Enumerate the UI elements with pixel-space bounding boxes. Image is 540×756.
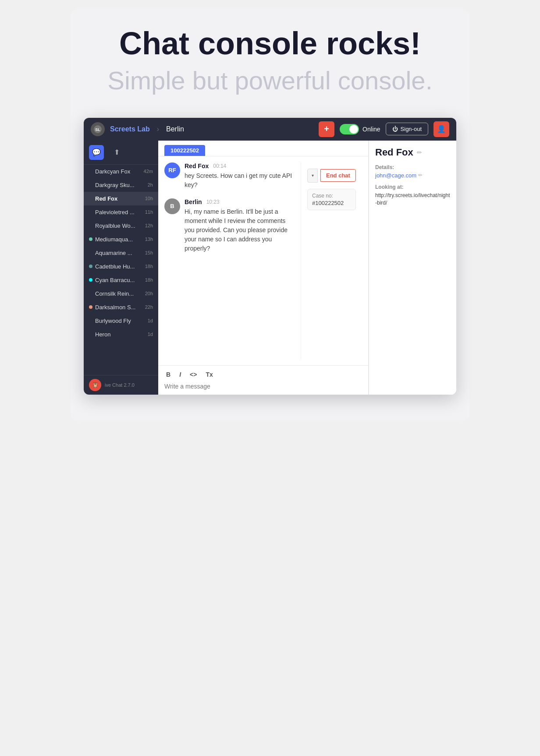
page-wrapper: Chat console rocks! Simple but powerful … xyxy=(71,9,469,421)
chat-item-name: Darksalmon S... xyxy=(95,304,145,311)
nav-logo: SL xyxy=(91,122,105,136)
message-content: Berlin10:23Hi, my name is Berlin. It'll … xyxy=(185,198,296,253)
hero-subtitle: Simple but powerful console. xyxy=(84,65,456,96)
contact-url: http://try.screets.io/livechat/night-bir… xyxy=(375,192,450,207)
sidebar-footer: 🦉 ive Chat 2.7.0 xyxy=(84,375,158,395)
nav-avatar-button[interactable]: 👤 xyxy=(433,121,449,137)
chat-item-name: Heron xyxy=(95,331,148,338)
info-panel-header: Red Fox ✏ xyxy=(375,147,450,158)
message-avatar: B xyxy=(164,198,180,214)
message-sender: Red Fox xyxy=(185,163,209,170)
chat-tab[interactable]: 100222502 xyxy=(164,145,205,156)
chat-list-item[interactable]: Cyan Barracu...18h xyxy=(84,273,158,287)
upload-icon-button[interactable]: ⬆ xyxy=(109,145,124,160)
messages-left: RFRed Fox00:14hey Screets. How can i get… xyxy=(164,163,296,359)
message-text: hey Screets. How can i get my cute API k… xyxy=(185,171,296,190)
sidebar-footer-text: ive Chat 2.7.0 xyxy=(105,382,135,388)
chat-item-name: Mediumaqua... xyxy=(95,236,145,243)
chat-item-name: Cadetblue Hu... xyxy=(95,263,145,270)
presence-dot xyxy=(89,265,92,268)
console-wrapper: SL Screets Lab › Berlin + Online ⏻ Sign-… xyxy=(84,118,456,395)
contact-email-link[interactable]: john@cage.com xyxy=(375,172,416,179)
chat-item-time: 15h xyxy=(145,250,153,255)
message-row: RFRed Fox00:14hey Screets. How can i get… xyxy=(164,163,296,190)
chat-list-item[interactable]: Aquamarine ...15h xyxy=(84,246,158,260)
chat-item-time: 18h xyxy=(145,277,153,283)
signout-button[interactable]: ⏻ Sign-out xyxy=(386,123,428,135)
chat-list-item[interactable]: Cornsilk Rein...20h xyxy=(84,287,158,300)
end-chat-dropdown[interactable]: ▾ xyxy=(307,169,318,183)
owl-icon: 🦉 xyxy=(92,382,99,388)
chat-list-item[interactable]: Burlywood Fly1d xyxy=(84,314,158,328)
message-row: BBerlin10:23Hi, my name is Berlin. It'll… xyxy=(164,198,296,253)
chat-icon: 💬 xyxy=(92,148,101,156)
nav-separator: › xyxy=(157,125,159,133)
chat-item-name: Palevioletred ... xyxy=(95,209,145,215)
chat-item-time: 20h xyxy=(145,291,153,296)
case-no-box: Case no: #100222502 xyxy=(307,189,356,210)
chat-list-item[interactable]: Red Fox10h xyxy=(84,192,158,205)
chat-list-item[interactable]: Cadetblue Hu...18h xyxy=(84,260,158,273)
details-label: Details: xyxy=(375,164,450,170)
case-no-value: #100222502 xyxy=(312,200,351,206)
main-layout: 💬 ⬆ Darkcyan Fox42mDarkgray Sku...2hRed … xyxy=(84,141,456,395)
chat-list-item[interactable]: Darksalmon S...22h xyxy=(84,300,158,314)
presence-dot xyxy=(89,305,92,309)
message-input[interactable] xyxy=(164,383,362,390)
chat-list-item[interactable]: Darkcyan Fox42m xyxy=(84,165,158,178)
sidebar-footer-logo: 🦉 xyxy=(89,379,101,391)
message-time: 10:23 xyxy=(206,199,220,205)
message-header: Red Fox00:14 xyxy=(185,163,296,170)
sidebar-icons: 💬 ⬆ xyxy=(84,141,158,165)
chat-list-item[interactable]: Palevioletred ...11h xyxy=(84,205,158,219)
chat-list-item[interactable]: Darkgray Sku...2h xyxy=(84,178,158,192)
presence-dot xyxy=(89,278,92,282)
message-avatar: RF xyxy=(164,163,180,178)
italic-button[interactable]: I xyxy=(178,370,183,379)
end-chat-button[interactable]: End chat xyxy=(320,169,356,182)
looking-at-label: Looking at: xyxy=(375,184,450,190)
chat-item-name: Cyan Barracu... xyxy=(95,277,145,283)
chat-messages: RFRed Fox00:14hey Screets. How can i get… xyxy=(158,156,368,365)
case-no-label: Case no: xyxy=(312,193,351,199)
chat-list-item[interactable]: Heron1d xyxy=(84,328,158,341)
chat-list-item[interactable]: Mediumaqua...13h xyxy=(84,233,158,246)
info-panel: Red Fox ✏ Details: john@cage.com ✏ Looki… xyxy=(369,141,456,395)
chat-item-name: Cornsilk Rein... xyxy=(95,290,145,297)
chat-item-name: Burlywood Fly xyxy=(95,318,148,324)
chat-item-time: 1d xyxy=(148,318,153,323)
chat-item-name: Royalblue Wo... xyxy=(95,223,145,229)
chat-icon-button[interactable]: 💬 xyxy=(89,145,104,160)
svg-text:SL: SL xyxy=(95,127,100,132)
chat-item-name: Red Fox xyxy=(95,195,145,202)
chat-item-time: 10h xyxy=(145,196,153,201)
end-chat-row: ▾ End chat xyxy=(307,169,356,183)
chat-item-time: 18h xyxy=(145,264,153,269)
composer: B I <> Tx xyxy=(158,365,368,395)
nav-plus-button[interactable]: + xyxy=(319,121,334,137)
sidebar: 💬 ⬆ Darkcyan Fox42mDarkgray Sku...2hRed … xyxy=(84,141,158,395)
chat-item-name: Aquamarine ... xyxy=(95,250,145,256)
online-toggle-switch[interactable] xyxy=(340,124,359,134)
edit-email-icon[interactable]: ✏ xyxy=(418,172,423,178)
composer-toolbar: B I <> Tx xyxy=(164,370,362,379)
hero-title: Chat console rocks! xyxy=(84,26,456,61)
chat-item-time: 12h xyxy=(145,223,153,228)
clear-format-button[interactable]: Tx xyxy=(204,370,214,379)
nav-brand: Screets Lab xyxy=(110,125,150,133)
message-content: Red Fox00:14hey Screets. How can i get m… xyxy=(185,163,296,190)
nav-online-toggle: Online xyxy=(340,124,380,134)
message-time: 00:14 xyxy=(213,163,226,169)
online-label: Online xyxy=(362,126,380,133)
contact-name: Red Fox xyxy=(375,147,413,158)
message-header: Berlin10:23 xyxy=(185,198,296,205)
chat-item-name: Darkcyan Fox xyxy=(95,168,144,175)
bold-button[interactable]: B xyxy=(164,370,172,379)
chat-list-item[interactable]: Royalblue Wo...12h xyxy=(84,219,158,233)
edit-name-icon[interactable]: ✏ xyxy=(417,149,422,156)
chat-item-time: 1d xyxy=(148,332,153,337)
chat-item-time: 11h xyxy=(145,209,153,215)
chat-item-time: 2h xyxy=(148,182,153,187)
code-button[interactable]: <> xyxy=(188,370,199,379)
chat-area: 100222502 RFRed Fox00:14hey Screets. How… xyxy=(158,141,369,395)
